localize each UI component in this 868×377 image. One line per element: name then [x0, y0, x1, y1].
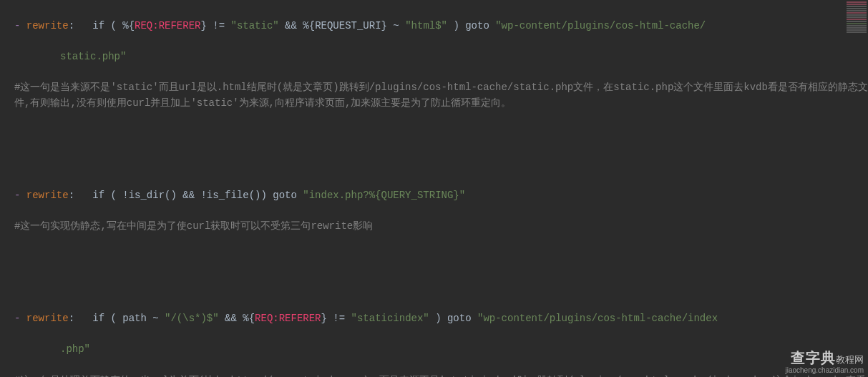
comment-1: #这一句是当来源不是'static'而且url是以.html结尾时(就是文章页)…	[1, 80, 868, 111]
code-line-1b: static.php"	[1, 49, 868, 65]
yaml-key: rewrite	[26, 20, 69, 31]
code-editor: - rewrite: if ( %{REQ:REFERER} != "stati…	[0, 0, 868, 377]
watermark-url: jiaocheng.chazidian.com	[785, 366, 864, 375]
blank-line	[1, 127, 868, 142]
req-referer: REQ:REFERER	[135, 20, 200, 31]
blank-line	[1, 280, 868, 295]
yaml-dash: -	[14, 20, 26, 31]
code-line-1: - rewrite: if ( %{REQ:REFERER} != "stati…	[1, 19, 868, 34]
minimap[interactable]	[847, 1, 867, 33]
code-line-3b: .php"	[1, 342, 868, 358]
blank-line	[1, 250, 868, 265]
colon: :	[69, 20, 93, 31]
watermark: 查字典教程网 jiaocheng.chazidian.com	[785, 350, 864, 375]
req-referer: REQ:REFERER	[255, 313, 321, 324]
code-line-2: - rewrite: if ( !is_dir() && !is_file())…	[1, 188, 868, 204]
blank-line	[1, 157, 868, 172]
code-line-3: - rewrite: if ( path ~ "/(\s*)$" && %{RE…	[1, 311, 868, 327]
comment-2: #这一句实现伪静态,写在中间是为了使curl获取时可以不受第三句rewrite影…	[1, 219, 868, 235]
comment-3: #这一句是处理首页静态的。当url为首页(比如 http://www.xtwin…	[1, 373, 868, 377]
watermark-title: 查字典	[791, 350, 836, 366]
